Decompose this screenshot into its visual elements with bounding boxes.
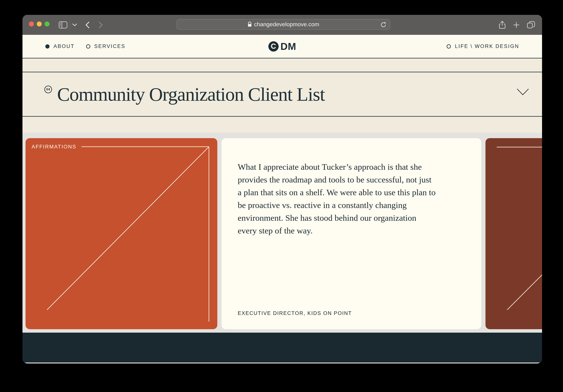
testimonial-quote: What I appreciate about Tucker’s approac… bbox=[238, 161, 436, 237]
sidebar-toggle-icon[interactable] bbox=[58, 15, 68, 35]
section-expand-chevron-icon[interactable] bbox=[517, 89, 529, 96]
chevron-down-icon[interactable] bbox=[71, 15, 78, 35]
new-tab-icon[interactable] bbox=[512, 15, 521, 35]
nav-link-life-work-design[interactable]: LIFE \ WORK DESIGN bbox=[447, 43, 519, 49]
section-number-badge: 04 bbox=[44, 86, 52, 93]
minimize-window-button[interactable] bbox=[37, 22, 42, 26]
lock-icon bbox=[248, 22, 252, 27]
site-navigation: ABOUT SERVICES C DM LIFE \ WORK DESIGN bbox=[23, 35, 542, 58]
nav-link-services[interactable]: SERVICES bbox=[86, 43, 126, 49]
testimonial-attribution: EXECUTIVE DIRECTOR, KIDS ON POINT bbox=[238, 310, 352, 316]
testimonial-card[interactable]: What I appreciate about Tucker’s approac… bbox=[221, 138, 481, 329]
window-controls bbox=[29, 22, 50, 26]
filled-dot-icon bbox=[45, 44, 50, 49]
next-card-peek[interactable] bbox=[486, 138, 542, 329]
outline-dot-icon bbox=[86, 44, 90, 49]
nav-right-group: LIFE \ WORK DESIGN bbox=[296, 43, 519, 49]
site-logo[interactable]: C DM bbox=[268, 41, 296, 52]
nav-services-label: SERVICES bbox=[94, 43, 126, 49]
browser-window: changedevelopmove.com bbox=[23, 15, 542, 363]
close-window-button[interactable] bbox=[29, 22, 34, 26]
diagonal-line-graphic bbox=[26, 138, 217, 329]
url-text: changedevelopmove.com bbox=[254, 21, 319, 28]
beige-spacer-top bbox=[23, 58, 542, 72]
page-footer bbox=[23, 333, 542, 363]
section-header[interactable]: 04 Community Organization Client List bbox=[23, 72, 542, 117]
forward-button[interactable] bbox=[96, 15, 105, 35]
section-title: Community Organization Client List bbox=[57, 83, 325, 105]
testimonial-carousel: AFFIRMATIONS What I appreciate about Tuc… bbox=[23, 133, 542, 329]
toolbar-divider bbox=[70, 21, 70, 29]
outline-dot-icon bbox=[447, 44, 451, 49]
nav-link-about[interactable]: ABOUT bbox=[45, 43, 75, 49]
nav-life-work-label: LIFE \ WORK DESIGN bbox=[455, 43, 519, 49]
address-bar[interactable]: changedevelopmove.com bbox=[177, 19, 390, 30]
nav-left-group: ABOUT SERVICES bbox=[45, 43, 268, 49]
affirmations-card[interactable]: AFFIRMATIONS bbox=[26, 138, 217, 329]
carousel-section: AFFIRMATIONS What I appreciate about Tuc… bbox=[23, 133, 542, 333]
refresh-icon[interactable] bbox=[380, 22, 386, 29]
zoom-window-button[interactable] bbox=[45, 22, 50, 26]
diagonal-line-graphic bbox=[486, 138, 542, 329]
back-button[interactable] bbox=[83, 15, 92, 35]
logo-c-mark: C bbox=[268, 41, 279, 51]
browser-toolbar: changedevelopmove.com bbox=[23, 15, 542, 35]
tab-overview-icon[interactable] bbox=[526, 15, 536, 35]
logo-dm-text: DM bbox=[281, 41, 296, 52]
share-icon[interactable] bbox=[498, 15, 507, 35]
beige-spacer-bottom bbox=[23, 117, 542, 133]
nav-about-label: ABOUT bbox=[53, 43, 75, 49]
